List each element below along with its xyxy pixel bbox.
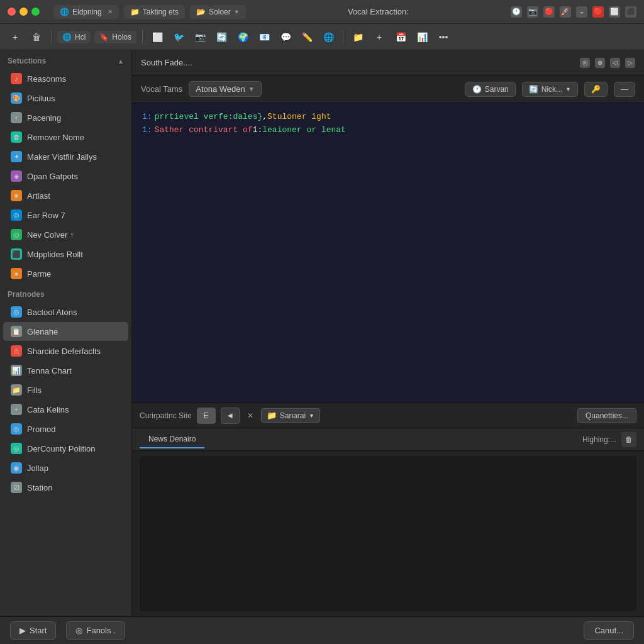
toolbar-icon9[interactable]: 🌐 — [319, 28, 337, 46]
toolbar-more[interactable]: ••• — [435, 28, 452, 46]
fanols-button[interactable]: ◎ Fanols . — [66, 621, 125, 640]
panel-icon3[interactable]: ◁ — [610, 58, 620, 68]
notif-icon[interactable]: 🔴 — [592, 6, 604, 18]
toolbar-icon3[interactable]: 📷 — [191, 28, 209, 46]
toolbar-icon5[interactable]: 🌍 — [234, 28, 252, 46]
clock-icon[interactable]: 🕐 — [511, 6, 522, 18]
news-tab-label: News Denairo — [148, 435, 196, 443]
toolbar-icon1[interactable]: ⬜ — [148, 28, 166, 46]
jollap-label: Jollap — [27, 464, 48, 473]
station-label: Station — [27, 483, 52, 492]
comp-close[interactable]: ✕ — [245, 410, 256, 421]
lightning-icon[interactable]: 🚀 — [560, 6, 571, 18]
promod-label: Promod — [27, 425, 56, 434]
quanetties-button[interactable]: Quanetties... — [577, 408, 636, 423]
sidebar-item-station[interactable]: ☑ Station — [3, 478, 128, 497]
line1-part2: , — [262, 112, 267, 121]
sidebar-item-mdpplides[interactable]: ⬛ Mdpplides Rollt — [3, 245, 128, 264]
piciluus-label: Piciluus — [27, 94, 55, 103]
sidebar-item-parme[interactable]: ● Parme — [3, 264, 128, 283]
sidebar-item-opan[interactable]: ◈ Opan Gatpots — [3, 167, 128, 186]
minimize-button[interactable] — [19, 8, 28, 16]
hcl-tab[interactable]: 🌐 Hcl — [57, 31, 91, 43]
divide-icon[interactable]: ÷ — [576, 6, 587, 18]
panel-icon4[interactable]: ▷ — [625, 58, 635, 68]
bactool-icon: ◎ — [11, 306, 22, 318]
folder-arrow: ▼ — [309, 413, 314, 419]
toolbar-icon11[interactable]: + — [370, 28, 388, 46]
key-button[interactable]: 🔑 — [584, 82, 608, 97]
sidebar-item-reasonms[interactable]: ♪ Reasonms — [3, 69, 128, 88]
camera-icon[interactable]: 📷 — [527, 6, 538, 18]
dash-button[interactable]: — — [614, 82, 635, 97]
del-button[interactable]: 🗑 — [621, 432, 636, 447]
trash-button[interactable]: 🗑 — [28, 28, 45, 46]
sidebar-item-glenahe[interactable]: 📋 Glenahe — [3, 322, 128, 341]
toolbar-icon6[interactable]: 📧 — [255, 28, 273, 46]
tab-eldpning[interactable]: 🌐 Eldpning ✕ — [53, 5, 119, 19]
dropdown-icon: ▼ — [234, 9, 240, 15]
sidebar-item-pacening[interactable]: + Pacening — [3, 108, 128, 127]
comp-btn-back[interactable]: ◄ — [221, 408, 240, 424]
panel-icon1[interactable]: ◎ — [580, 58, 590, 68]
key-icon: 🔑 — [591, 85, 601, 94]
news-tab[interactable]: News Denairo — [140, 431, 204, 448]
sidebar-item-bactool[interactable]: ◎ Bactool Atons — [3, 303, 128, 321]
panel-header: South Fade.... ◎ ⊕ ◁ ▷ — [132, 50, 644, 75]
holos-label: Holos — [112, 33, 131, 42]
tenna-label: Tenna Chart — [27, 366, 72, 375]
toolbar-icon8[interactable]: ✏️ — [298, 28, 316, 46]
vocal-select-arrow: ▼ — [248, 86, 255, 92]
sidebar-item-nev-colver[interactable]: ◎ Nev Colver ↑ — [3, 225, 128, 244]
nick-button[interactable]: 🔄 Nick... ▼ — [522, 82, 578, 97]
toolbar-icon2[interactable]: 🐦 — [170, 28, 187, 46]
hcl-label: Hcl — [75, 33, 86, 42]
expand-icon[interactable]: ⬜ — [609, 6, 620, 18]
cata-label: Cata Kelins — [27, 405, 69, 414]
sidebar-item-remover-nome[interactable]: 🗑 Remover Nome — [3, 128, 128, 147]
holos-tab[interactable]: 🔖 Holos — [94, 31, 136, 43]
station-icon: ☑ — [11, 482, 22, 493]
maximize-button[interactable] — [31, 8, 40, 16]
cata-icon: + — [11, 404, 22, 415]
add-button[interactable]: + — [6, 28, 24, 46]
sidebar-item-artlast[interactable]: ★ Artlast — [3, 186, 128, 205]
toolbar-icon10[interactable]: 📁 — [349, 28, 367, 46]
grid-icon[interactable]: ⬛ — [625, 6, 636, 18]
toolbar-icon4[interactable]: 🔄 — [213, 28, 230, 46]
sidebar-item-promod[interactable]: ◎ Promod — [3, 419, 128, 438]
panel-icon2[interactable]: ⊕ — [595, 58, 605, 68]
opan-label: Opan Gatpots — [27, 172, 78, 181]
tab-close-icon[interactable]: ✕ — [108, 8, 113, 15]
sidebar-item-tenna[interactable]: 📊 Tenna Chart — [3, 361, 128, 380]
highing-label: Highing:... — [582, 435, 616, 444]
line2-part2: 1: — [253, 125, 263, 135]
sidebar-item-fills[interactable]: 📁 Fills — [3, 380, 128, 399]
close-button[interactable] — [8, 8, 16, 16]
toolbar-icon7[interactable]: 💬 — [277, 28, 294, 46]
tab-label: Eldpning — [72, 8, 102, 16]
start-button[interactable]: ▶ Start — [10, 621, 56, 640]
maker-icon: ✦ — [11, 151, 22, 162]
cancel-button[interactable]: Canuf... — [584, 621, 634, 640]
tab-takting[interactable]: 📁 Takting ets — [124, 5, 185, 19]
sidebar-item-dercounty[interactable]: ◎ DerCounty Polition — [3, 439, 128, 458]
collapse-icon[interactable]: ▲ — [118, 58, 124, 65]
toolbar-icon12[interactable]: 📅 — [392, 28, 409, 46]
toolbar-icon13[interactable]: 📊 — [413, 28, 431, 46]
sidebar-item-piciluus[interactable]: 🎨 Piciluus — [3, 89, 128, 108]
editor-area[interactable]: 1: prrtievel verfe:dales} , Stuloner igh… — [132, 103, 644, 402]
sarvan-button[interactable]: 🕐 Sarvan — [465, 82, 516, 97]
sidebar-item-cata[interactable]: + Cata Kelins — [3, 400, 128, 419]
sidebar-item-maker[interactable]: ✦ Maker Vistflir Jallys — [3, 147, 128, 166]
title-bar: 🌐 Eldpning ✕ 📁 Takting ets 📂 Soloer ▼ Vo… — [0, 0, 644, 24]
sidebar-item-jollap[interactable]: ◉ Jollap — [3, 458, 128, 477]
vocal-select[interactable]: Atona Weden ▼ — [189, 81, 261, 97]
record-icon[interactable]: 🔴 — [543, 6, 555, 18]
comp-folder[interactable]: 📁 Sanarai ▼ — [261, 408, 320, 423]
comp-btn-e[interactable]: E — [197, 408, 216, 424]
sidebar-item-sharcide[interactable]: ⚠ Sharcide Deferfaclts — [3, 341, 128, 360]
start-label: Start — [30, 626, 47, 635]
sidebar-item-ear-row[interactable]: ◎ Ear Row 7 — [3, 206, 128, 225]
tab-soloer[interactable]: 📂 Soloer ▼ — [190, 5, 246, 19]
